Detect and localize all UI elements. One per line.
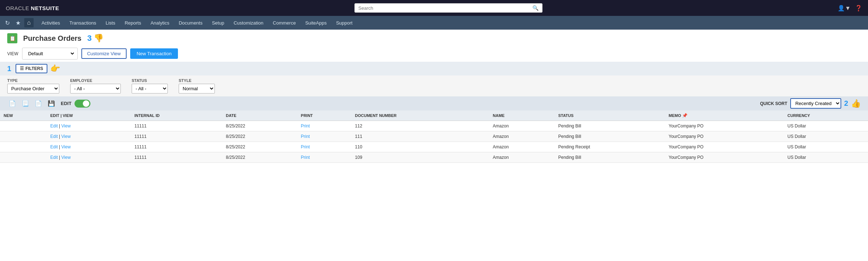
cell-currency: US Dollar xyxy=(784,142,868,152)
cell-new xyxy=(0,121,47,131)
cell-document-number: 112 xyxy=(352,121,489,131)
annotation-2-number: 2 xyxy=(844,99,848,108)
print-link[interactable]: Print xyxy=(301,155,310,160)
filter-type-select[interactable]: Purchase Order xyxy=(7,84,59,93)
view-link[interactable]: View xyxy=(61,134,71,139)
history-icon[interactable]: ↻ xyxy=(3,18,12,28)
toolbar-row: 📄 📃 📄 💾 EDIT QUICK SORT Recently Created… xyxy=(0,96,868,110)
page-title: Purchase Orders xyxy=(23,34,81,43)
logo: ORACLE NETSUITE xyxy=(6,5,59,11)
nav-activities[interactable]: Activities xyxy=(37,18,64,28)
export-excel-icon[interactable]: 📃 xyxy=(20,99,30,108)
data-table: NEW EDIT | VIEW INTERNAL ID DATE PRINT D… xyxy=(0,110,868,163)
table-header-row: NEW EDIT | VIEW INTERNAL ID DATE PRINT D… xyxy=(0,110,868,121)
cell-currency: US Dollar xyxy=(784,121,868,131)
memo-sort-icon[interactable]: 📌 xyxy=(682,113,688,118)
cell-new xyxy=(0,152,47,163)
print-link[interactable]: Print xyxy=(301,123,310,129)
view-link[interactable]: View xyxy=(61,144,71,149)
new-transaction-button[interactable]: New Transaction xyxy=(130,48,178,59)
col-internal-id: INTERNAL ID xyxy=(131,110,222,121)
edit-link[interactable]: Edit xyxy=(50,134,58,139)
annotation-2-hand: 👍 xyxy=(851,99,861,108)
search-container: 🔍 xyxy=(59,3,838,13)
filters-label: FILTERS xyxy=(25,66,43,71)
annotation-1-hand: 👉 xyxy=(50,64,60,73)
filter-style-select[interactable]: Normal xyxy=(179,84,215,93)
home-icon[interactable]: ⌂ xyxy=(24,18,34,27)
nav-icons: ↻ ★ ⌂ xyxy=(3,18,34,28)
filter-fields-row: TYPE Purchase Order EMPLOYEE - All - STA… xyxy=(0,75,868,96)
edit-link[interactable]: Edit xyxy=(50,144,58,149)
top-right-icons: 👤▼ ❓ xyxy=(838,5,862,12)
nav-setup[interactable]: Setup xyxy=(208,18,229,28)
filter-status-select[interactable]: - All - xyxy=(132,84,168,93)
table-header: NEW EDIT | VIEW INTERNAL ID DATE PRINT D… xyxy=(0,110,868,121)
filter-style-field: STYLE Normal xyxy=(179,78,215,93)
quick-sort-select[interactable]: Recently Created xyxy=(790,98,841,109)
cell-new xyxy=(0,142,47,152)
search-bar[interactable]: 🔍 xyxy=(354,3,542,13)
col-status: STATUS xyxy=(555,110,665,121)
nav-suiteapps[interactable]: SuiteApps xyxy=(301,18,331,28)
cell-date: 8/25/2022 xyxy=(222,152,297,163)
search-input[interactable] xyxy=(358,5,532,11)
nav-reports[interactable]: Reports xyxy=(120,18,146,28)
cell-document-number: 109 xyxy=(352,152,489,163)
user-icon[interactable]: 👤▼ xyxy=(838,5,851,12)
cell-memo: YourCompany PO xyxy=(665,152,784,163)
annotation-3-hand: 👎 xyxy=(94,34,103,43)
cell-name: Amazon xyxy=(489,142,555,152)
view-select-wrapper[interactable]: Default xyxy=(22,48,78,60)
cell-name: Amazon xyxy=(489,152,555,163)
cell-memo: YourCompany PO xyxy=(665,142,784,152)
view-select[interactable]: Default xyxy=(25,49,75,58)
top-bar: ORACLE NETSUITE 🔍 👤▼ ❓ xyxy=(0,0,868,16)
nav-support[interactable]: Support xyxy=(332,18,357,28)
filter-employee-field: EMPLOYEE - All - xyxy=(70,78,121,93)
filters-button[interactable]: ☰ FILTERS xyxy=(16,64,47,73)
customize-view-button[interactable]: Customize View xyxy=(81,48,127,59)
help-icon[interactable]: ❓ xyxy=(855,5,862,12)
annotation-3: 3 👎 xyxy=(87,34,103,43)
cell-edit-view: Edit | View xyxy=(47,131,131,142)
print-link[interactable]: Print xyxy=(301,134,310,139)
cell-name: Amazon xyxy=(489,121,555,131)
cell-internal-id: 11111 xyxy=(131,152,222,163)
cell-internal-id: 11111 xyxy=(131,121,222,131)
nav-lists[interactable]: Lists xyxy=(101,18,120,28)
favorites-icon[interactable]: ★ xyxy=(13,18,23,28)
toolbar-left: 📄 📃 📄 💾 EDIT xyxy=(7,99,90,108)
cell-status: Pending Receipt xyxy=(555,142,665,152)
edit-toggle[interactable] xyxy=(75,100,90,108)
filter-employee-select[interactable]: - All - xyxy=(70,84,121,93)
nav-transactions[interactable]: Transactions xyxy=(65,18,101,28)
cell-print: Print xyxy=(297,121,352,131)
filter-row: 1 ☰ FILTERS 👉 xyxy=(0,62,868,75)
cell-memo: YourCompany PO xyxy=(665,131,784,142)
view-link[interactable]: View xyxy=(61,123,71,129)
col-date: DATE xyxy=(222,110,297,121)
cell-status: Pending Bill xyxy=(555,131,665,142)
print-link[interactable]: Print xyxy=(301,144,310,149)
page-icon: 📋 xyxy=(7,33,17,43)
table-body: Edit | View 11111 8/25/2022 Print 112 Am… xyxy=(0,121,868,163)
cell-document-number: 110 xyxy=(352,142,489,152)
filter-style-label: STYLE xyxy=(179,78,215,83)
cell-print: Print xyxy=(297,131,352,142)
edit-link[interactable]: Edit xyxy=(50,123,58,129)
page-header: 📋 Purchase Orders 3 👎 xyxy=(0,30,868,45)
filter-type-label: TYPE xyxy=(7,78,59,83)
edit-link[interactable]: Edit xyxy=(50,155,58,160)
save-icon[interactable]: 💾 xyxy=(46,99,56,108)
nav-analytics[interactable]: Analytics xyxy=(146,18,174,28)
cell-name: Amazon xyxy=(489,131,555,142)
nav-documents[interactable]: Documents xyxy=(174,18,207,28)
table-row: Edit | View 11111 8/25/2022 Print 111 Am… xyxy=(0,131,868,142)
nav-commerce[interactable]: Commerce xyxy=(268,18,300,28)
nav-customization[interactable]: Customization xyxy=(229,18,268,28)
view-link[interactable]: View xyxy=(61,155,71,160)
export-pdf-icon[interactable]: 📄 xyxy=(33,99,43,108)
new-record-icon[interactable]: 📄 xyxy=(7,99,17,108)
cell-date: 8/25/2022 xyxy=(222,142,297,152)
